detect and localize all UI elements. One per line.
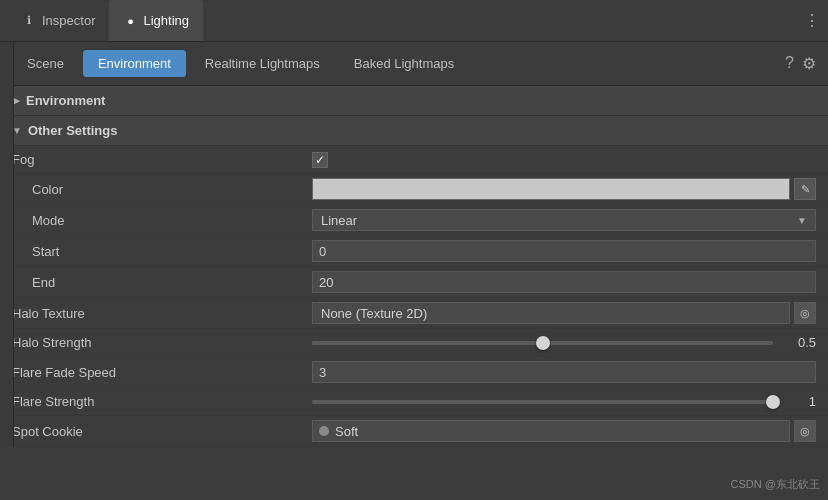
flare-strength-slider-fill bbox=[312, 400, 773, 404]
sub-tab-environment[interactable]: Environment bbox=[83, 50, 186, 77]
section-other-settings-label: Other Settings bbox=[28, 123, 118, 138]
prop-start: Start bbox=[0, 236, 828, 267]
mode-dropdown-value: Linear bbox=[321, 213, 357, 228]
halo-strength-label: Halo Strength bbox=[12, 335, 312, 350]
spot-cookie-label: Spot Cookie bbox=[12, 424, 312, 439]
spot-cookie-value: Soft ◎ bbox=[312, 420, 816, 442]
sub-tabs-right: ? ⚙ bbox=[785, 54, 816, 73]
start-input[interactable] bbox=[312, 240, 816, 262]
spot-cookie-field[interactable]: Soft bbox=[312, 420, 790, 442]
lighting-icon: ● bbox=[123, 14, 137, 28]
prop-halo-texture: Halo Texture None (Texture 2D) ◎ bbox=[0, 298, 828, 329]
tab-lighting-label: Lighting bbox=[143, 13, 189, 28]
flare-strength-slider-thumb[interactable] bbox=[766, 395, 780, 409]
halo-strength-slider-thumb[interactable] bbox=[536, 336, 550, 350]
spot-cookie-dot bbox=[319, 426, 329, 436]
end-input[interactable] bbox=[312, 271, 816, 293]
tab-lighting[interactable]: ● Lighting bbox=[109, 0, 203, 41]
mode-value: Linear ▼ bbox=[312, 209, 816, 231]
fog-label: Fog bbox=[12, 152, 312, 167]
watermark: CSDN @东北砍王 bbox=[731, 477, 820, 492]
color-label: Color bbox=[12, 182, 312, 197]
prop-color: Color ✎ bbox=[0, 174, 828, 205]
prop-flare-fade-speed: Flare Fade Speed bbox=[0, 357, 828, 388]
prop-mode: Mode Linear ▼ bbox=[0, 205, 828, 236]
tab-inspector-label: Inspector bbox=[42, 13, 95, 28]
flare-strength-value: 1 bbox=[312, 394, 816, 409]
prop-fog: Fog ✓ bbox=[0, 146, 828, 174]
end-value bbox=[312, 271, 816, 293]
halo-strength-slider-track[interactable] bbox=[312, 341, 773, 345]
halo-texture-picker-button[interactable]: ◎ bbox=[794, 302, 816, 324]
mode-label: Mode bbox=[12, 213, 312, 228]
prop-flare-strength: Flare Strength 1 bbox=[0, 388, 828, 416]
flare-strength-slider-track[interactable] bbox=[312, 400, 773, 404]
section-other-settings[interactable]: ▼ Other Settings bbox=[0, 116, 828, 146]
halo-texture-field[interactable]: None (Texture 2D) bbox=[312, 302, 790, 324]
prop-halo-strength: Halo Strength 0.5 bbox=[0, 329, 828, 357]
halo-strength-slider-value: 0.5 bbox=[781, 335, 816, 350]
start-label: Start bbox=[12, 244, 312, 259]
color-field[interactable] bbox=[312, 178, 790, 200]
inspector-icon: ℹ bbox=[22, 14, 36, 28]
tab-menu-icon[interactable]: ⋮ bbox=[804, 11, 820, 30]
prop-end: End bbox=[0, 267, 828, 298]
sub-tabs: Scene Environment Realtime Lightmaps Bak… bbox=[0, 42, 828, 86]
spot-cookie-picker-button[interactable]: ◎ bbox=[794, 420, 816, 442]
flare-fade-speed-value bbox=[312, 361, 816, 383]
halo-strength-slider-fill bbox=[312, 341, 543, 345]
sub-tab-scene[interactable]: Scene bbox=[12, 50, 79, 77]
flare-strength-slider-container: 1 bbox=[312, 394, 816, 409]
halo-texture-value: None (Texture 2D) ◎ bbox=[312, 302, 816, 324]
fog-checkbox[interactable]: ✓ bbox=[312, 152, 328, 168]
main-content: ▶ Environment ▼ Other Settings Fog ✓ Col… bbox=[0, 86, 828, 447]
sub-tab-realtime-lightmaps[interactable]: Realtime Lightmaps bbox=[190, 50, 335, 77]
left-strip bbox=[0, 42, 14, 447]
halo-texture-field-text: None (Texture 2D) bbox=[321, 306, 427, 321]
tab-bar-menu: ⋮ bbox=[804, 11, 820, 30]
section-environment[interactable]: ▶ Environment bbox=[0, 86, 828, 116]
mode-dropdown-arrow: ▼ bbox=[797, 215, 807, 226]
halo-texture-label: Halo Texture bbox=[12, 306, 312, 321]
settings-icon[interactable]: ⚙ bbox=[802, 54, 816, 73]
fog-value: ✓ bbox=[312, 152, 816, 168]
sub-tab-baked-lightmaps[interactable]: Baked Lightmaps bbox=[339, 50, 469, 77]
flare-strength-label: Flare Strength bbox=[12, 394, 312, 409]
spot-cookie-field-text: Soft bbox=[335, 424, 358, 439]
section-environment-label: Environment bbox=[26, 93, 105, 108]
halo-strength-value: 0.5 bbox=[312, 335, 816, 350]
flare-fade-speed-label: Flare Fade Speed bbox=[12, 365, 312, 380]
tab-inspector[interactable]: ℹ Inspector bbox=[8, 0, 109, 41]
flare-fade-speed-input[interactable] bbox=[312, 361, 816, 383]
halo-strength-slider-container: 0.5 bbox=[312, 335, 816, 350]
prop-spot-cookie: Spot Cookie Soft ◎ bbox=[0, 416, 828, 447]
flare-strength-slider-value: 1 bbox=[781, 394, 816, 409]
end-label: End bbox=[12, 275, 312, 290]
mode-dropdown[interactable]: Linear ▼ bbox=[312, 209, 816, 231]
help-icon[interactable]: ? bbox=[785, 54, 794, 73]
start-value bbox=[312, 240, 816, 262]
tab-bar: ℹ Inspector ● Lighting ⋮ bbox=[0, 0, 828, 42]
color-picker-button[interactable]: ✎ bbox=[794, 178, 816, 200]
color-value: ✎ bbox=[312, 178, 816, 200]
